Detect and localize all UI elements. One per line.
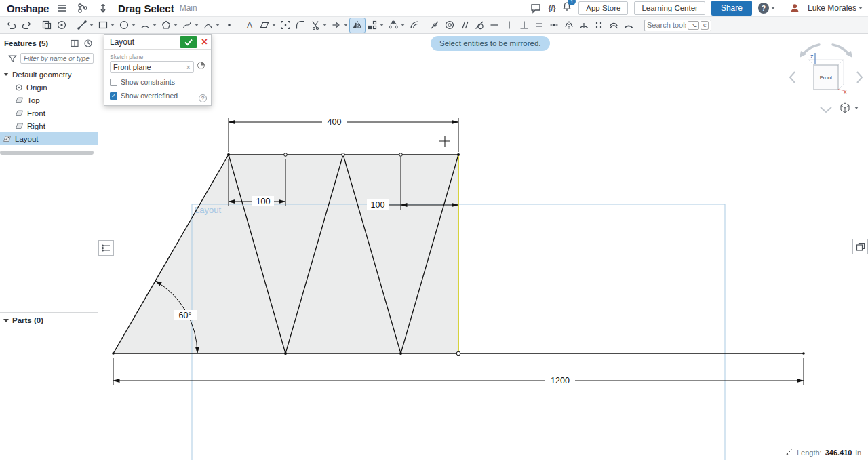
hamburger-menu-icon[interactable] bbox=[56, 1, 69, 15]
circle-tool[interactable] bbox=[117, 18, 138, 33]
copy-sketch-tool[interactable] bbox=[39, 18, 54, 33]
history-icon[interactable] bbox=[83, 38, 94, 49]
sketch-vertex[interactable] bbox=[342, 153, 345, 157]
conic-tool[interactable] bbox=[201, 18, 222, 33]
linear-pattern-tool[interactable] bbox=[365, 18, 386, 33]
share-button[interactable]: Share bbox=[711, 1, 752, 16]
redo-tool[interactable] bbox=[19, 18, 34, 33]
tree-item-origin[interactable]: Origin bbox=[0, 81, 98, 94]
construction-tool[interactable] bbox=[257, 18, 278, 33]
curvature-constraint[interactable] bbox=[606, 18, 621, 33]
equal-constraint[interactable] bbox=[532, 18, 547, 33]
z-axis-label: z bbox=[810, 53, 814, 60]
tree-item-front-plane[interactable]: Front bbox=[0, 107, 98, 119]
text-icon: A bbox=[244, 20, 255, 31]
point-tool[interactable] bbox=[222, 18, 237, 33]
perpendicular-constraint[interactable] bbox=[517, 18, 532, 33]
tree-item-default-geometry[interactable]: Default geometry bbox=[0, 68, 98, 81]
sketch-drawing[interactable]: Layout 400 100 bbox=[98, 34, 868, 460]
cancel-button[interactable]: × bbox=[199, 37, 210, 47]
sketch-vertex[interactable] bbox=[802, 352, 805, 355]
rotate-left-chevron-icon[interactable] bbox=[790, 72, 795, 83]
mate-connector-icon[interactable] bbox=[197, 61, 205, 70]
sketch-vertex[interactable] bbox=[399, 352, 402, 355]
feature-list-toggle-button[interactable] bbox=[98, 240, 114, 256]
fix-constraint[interactable] bbox=[591, 18, 606, 33]
dialog-help-icon[interactable]: ? bbox=[199, 94, 207, 102]
rotate-right-arrow-icon[interactable] bbox=[833, 45, 849, 54]
trim-tool[interactable] bbox=[308, 18, 329, 33]
notifications-bell[interactable]: 1 bbox=[561, 1, 572, 15]
perpendicular-icon bbox=[519, 20, 530, 31]
tangent-constraint[interactable] bbox=[472, 18, 487, 33]
offset-icon bbox=[409, 20, 420, 31]
help-menu[interactable]: ? bbox=[758, 3, 775, 14]
normal-constraint[interactable] bbox=[576, 18, 591, 33]
arc-tool[interactable] bbox=[138, 18, 159, 33]
concentric-constraint[interactable] bbox=[442, 18, 457, 33]
sketch-vertex[interactable] bbox=[227, 153, 230, 156]
dimension-top[interactable]: 400 bbox=[328, 117, 342, 127]
tree-item-top-plane[interactable]: Top bbox=[0, 94, 98, 107]
rotate-down-chevron-icon[interactable] bbox=[821, 107, 831, 112]
undo-tool[interactable] bbox=[4, 18, 19, 33]
horizontal-scrollbar[interactable] bbox=[0, 151, 94, 155]
learning-center-button[interactable]: Learning Center bbox=[634, 1, 705, 15]
right-panel-toggle-button[interactable] bbox=[852, 239, 868, 254]
horizontal-constraint[interactable] bbox=[487, 18, 502, 33]
sketch-vertex-open[interactable] bbox=[456, 351, 460, 356]
featurescript-icon[interactable]: {/} bbox=[549, 5, 556, 12]
extend-tool[interactable] bbox=[329, 18, 350, 33]
sketch-vertex[interactable] bbox=[284, 153, 288, 157]
sketch-vertex[interactable] bbox=[284, 352, 287, 355]
comments-icon[interactable] bbox=[529, 1, 542, 15]
sketch-vertex[interactable] bbox=[457, 153, 460, 156]
onshape-logo[interactable]: Onshape bbox=[7, 3, 49, 14]
search-tools-input[interactable] bbox=[647, 21, 686, 29]
confirm-button[interactable] bbox=[180, 36, 197, 48]
coincident-constraint[interactable] bbox=[427, 18, 442, 33]
circular-pattern-tool[interactable] bbox=[386, 18, 407, 33]
midpoint-constraint[interactable] bbox=[547, 18, 561, 33]
sketch-vertex[interactable] bbox=[112, 352, 115, 355]
dimension-angle[interactable]: 60° bbox=[179, 311, 192, 320]
app-store-button[interactable]: App Store bbox=[578, 1, 628, 15]
offset-tool[interactable] bbox=[407, 18, 422, 33]
units-settings-icon[interactable] bbox=[96, 1, 110, 15]
parallel-constraint[interactable] bbox=[457, 18, 472, 33]
equal-curvature-constraint[interactable] bbox=[621, 18, 636, 33]
user-avatar[interactable] bbox=[788, 1, 802, 15]
graphics-area[interactable]: Layout 400 100 bbox=[98, 34, 868, 460]
layers-icon bbox=[855, 242, 865, 252]
user-menu[interactable]: Luke Morales bbox=[808, 3, 863, 13]
mirror-tool[interactable] bbox=[350, 18, 365, 33]
sketch-plane-field[interactable]: Front plane × bbox=[110, 61, 194, 73]
dimension-bottom[interactable]: 1200 bbox=[551, 376, 570, 385]
versions-icon[interactable] bbox=[76, 1, 90, 15]
fillet-tool[interactable] bbox=[293, 18, 308, 33]
dimension-left-spacing[interactable]: 100 bbox=[256, 197, 271, 206]
text-tool[interactable]: A bbox=[242, 18, 257, 33]
snap-tool[interactable] bbox=[278, 18, 293, 33]
use-project-tool[interactable] bbox=[54, 18, 69, 33]
dimension-right-spacing[interactable]: 100 bbox=[371, 200, 385, 210]
line-tool[interactable] bbox=[75, 18, 96, 33]
symmetric-constraint[interactable] bbox=[561, 18, 576, 33]
spline-tool[interactable] bbox=[180, 18, 201, 33]
onshape-app: Onshape Drag Select Main {/} 1 App Sto bbox=[0, 0, 868, 460]
filter-input[interactable] bbox=[20, 53, 94, 64]
view-options-menu[interactable] bbox=[839, 102, 859, 114]
parts-header[interactable]: Parts (0) bbox=[0, 312, 98, 324]
vertical-constraint[interactable] bbox=[502, 18, 517, 33]
show-constraints-checkbox[interactable]: Show constraints bbox=[110, 78, 205, 86]
tree-item-layout-sketch[interactable]: Layout bbox=[0, 132, 98, 145]
rotate-right-chevron-icon[interactable] bbox=[857, 72, 862, 83]
show-overdefined-checkbox[interactable]: ✓ Show overdefined bbox=[110, 92, 205, 100]
insert-panel-icon[interactable] bbox=[69, 38, 80, 49]
rectangle-tool[interactable] bbox=[96, 18, 117, 33]
polygon-tool[interactable] bbox=[159, 18, 180, 33]
tree-item-right-plane[interactable]: Right bbox=[0, 119, 98, 132]
sketch-vertex[interactable] bbox=[399, 153, 403, 157]
caret-down-icon[interactable] bbox=[3, 73, 9, 76]
clear-selection-icon[interactable]: × bbox=[186, 63, 191, 71]
